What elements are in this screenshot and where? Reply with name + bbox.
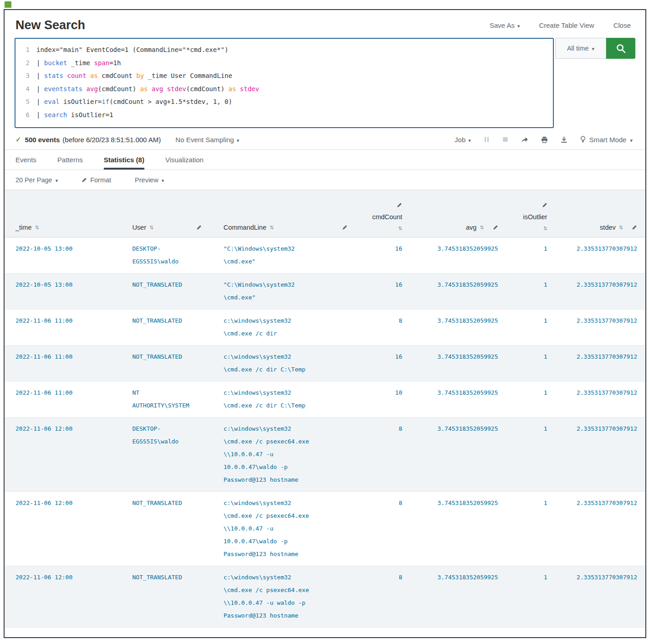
pencil-icon[interactable] (196, 225, 202, 230)
sort-icon[interactable] (270, 225, 274, 230)
cell-stdev[interactable]: 2.335313770307912 (552, 237, 645, 273)
cell-avg[interactable]: 3.745318352059925 (407, 381, 502, 417)
cell-isoutlier[interactable]: 1 (503, 345, 552, 381)
sort-icon[interactable] (35, 225, 39, 230)
event-sampling-dropdown[interactable]: No Event Sampling (175, 136, 239, 144)
cell-commandline[interactable]: "C:\Windows\system32 \cmd.exe" (219, 237, 365, 273)
col-header-stdev[interactable]: stdev (552, 190, 645, 237)
close-button[interactable]: Close (613, 21, 631, 29)
cell-user[interactable]: NOT_TRANSLATED (128, 566, 219, 628)
cell-avg[interactable]: 3.745318352059925 (407, 273, 502, 309)
cell-time[interactable]: 2022-10-05 13:00 (5, 273, 128, 309)
cell-avg[interactable]: 3.745318352059925 (407, 417, 502, 492)
cell-commandline[interactable]: c:\windows\system32 \cmd.exe /c dir C:\T… (219, 345, 365, 381)
col-header-isoutlier[interactable]: isOutlier (503, 190, 552, 237)
sort-icon[interactable] (480, 225, 484, 230)
stop-button[interactable] (502, 136, 508, 143)
pencil-icon[interactable] (493, 225, 498, 230)
cell-avg[interactable]: 3.745318352059925 (407, 566, 502, 628)
preview-dropdown[interactable]: Preview (135, 176, 164, 184)
cell-time[interactable]: 2022-11-06 11:00 (5, 345, 128, 381)
tab-statistics[interactable]: Statistics (8) (104, 150, 144, 170)
search-button[interactable] (606, 38, 635, 59)
cell-cmdcount[interactable]: 8 (365, 417, 407, 492)
pencil-icon[interactable] (342, 225, 347, 230)
cell-time[interactable]: 2022-11-06 11:00 (5, 381, 128, 417)
cell-commandline[interactable]: c:\windows\system32 \cmd.exe /c dir (219, 309, 365, 345)
col-header-cmdcount[interactable]: cmdCount (365, 190, 407, 237)
share-button[interactable] (521, 136, 528, 143)
create-table-view-button[interactable]: Create Table View (539, 21, 594, 29)
time-range-picker[interactable]: All time (555, 38, 606, 59)
cell-commandline[interactable]: "C:\Windows\system32 \cmd.exe" (219, 273, 365, 309)
cell-user[interactable]: DESKTOP- EGSS5IS\waldo (128, 237, 219, 273)
per-page-dropdown[interactable]: 20 Per Page (15, 176, 58, 184)
cell-isoutlier[interactable]: 1 (503, 492, 552, 566)
spl-line: 6 | search isOutlier=1 (15, 108, 553, 122)
tab-events[interactable]: Events (15, 150, 36, 170)
format-button[interactable]: Format (82, 176, 111, 184)
sort-icon[interactable] (149, 225, 153, 230)
cell-stdev[interactable]: 2.335313770307912 (552, 345, 645, 381)
cell-time[interactable]: 2022-11-06 12:00 (5, 417, 128, 492)
cell-commandline[interactable]: c:\windows\system32 \cmd.exe /c psexec64… (219, 417, 365, 492)
cell-cmdcount[interactable]: 8 (365, 492, 407, 566)
cell-isoutlier[interactable]: 1 (503, 273, 552, 309)
search-query-editor[interactable]: 1 index="main" EventCode=1 (CommandLine=… (15, 38, 554, 128)
col-header-user[interactable]: User (128, 190, 219, 237)
cell-isoutlier[interactable]: 1 (503, 309, 552, 345)
cell-avg[interactable]: 3.745318352059925 (407, 309, 502, 345)
cell-isoutlier[interactable]: 1 (503, 237, 552, 273)
cell-avg[interactable]: 3.745318352059925 (407, 492, 502, 566)
cell-stdev[interactable]: 2.335313770307912 (552, 566, 645, 628)
cell-cmdcount[interactable]: 16 (365, 273, 407, 309)
pencil-icon[interactable] (632, 225, 637, 230)
pencil-icon[interactable] (397, 202, 402, 208)
sort-icon[interactable] (543, 226, 547, 231)
save-as-menu[interactable]: Save As (490, 21, 520, 29)
tab-visualization[interactable]: Visualization (165, 150, 204, 170)
line-number: 4 (15, 82, 36, 96)
caret-down-icon (630, 136, 633, 144)
cell-cmdcount[interactable]: 8 (365, 309, 407, 345)
cell-time[interactable]: 2022-11-06 11:00 (5, 309, 128, 345)
export-button[interactable] (561, 136, 567, 143)
cell-user[interactable]: DESKTOP- EGSS5IS\waldo (128, 417, 219, 492)
pencil-icon[interactable] (542, 202, 547, 208)
cell-cmdcount[interactable]: 10 (365, 381, 407, 417)
sort-icon[interactable] (619, 225, 623, 230)
pause-button[interactable] (484, 136, 490, 143)
col-header-avg[interactable]: avg (407, 190, 502, 237)
cell-commandline[interactable]: c:\windows\system32 \cmd.exe /c dir C:\T… (219, 381, 365, 417)
cell-commandline[interactable]: c:\windows\system32 \cmd.exe /c psexec64… (219, 492, 365, 566)
cell-cmdcount[interactable]: 16 (365, 345, 407, 381)
cell-isoutlier[interactable]: 1 (503, 381, 552, 417)
sort-icon[interactable] (398, 226, 402, 231)
cell-cmdcount[interactable]: 8 (365, 566, 407, 628)
smart-mode-toggle[interactable]: Smart Mode (580, 136, 634, 144)
cell-stdev[interactable]: 2.335313770307912 (552, 417, 645, 492)
cell-time[interactable]: 2022-11-06 12:00 (5, 492, 128, 566)
cell-stdev[interactable]: 2.335313770307912 (552, 381, 645, 417)
cell-commandline[interactable]: c:\windows\system32 \cmd.exe /c psexec64… (219, 566, 365, 628)
cell-avg[interactable]: 3.745318352059925 (407, 237, 502, 273)
cell-user[interactable]: NOT_TRANSLATED (128, 273, 219, 309)
cell-user[interactable]: NOT_TRANSLATED (128, 345, 219, 381)
cell-stdev[interactable]: 2.335313770307912 (552, 492, 645, 566)
cell-user[interactable]: NOT_TRANSLATED (128, 492, 219, 566)
cell-time[interactable]: 2022-11-06 12:00 (5, 566, 128, 628)
tab-patterns[interactable]: Patterns (57, 150, 83, 170)
col-header-commandline[interactable]: CommandLine (219, 190, 365, 237)
job-menu[interactable]: Job (455, 136, 471, 144)
cell-stdev[interactable]: 2.335313770307912 (552, 309, 645, 345)
cell-user[interactable]: NT AUTHORITY\SYSTEM (128, 381, 219, 417)
cell-time[interactable]: 2022-10-05 13:00 (5, 237, 128, 273)
cell-isoutlier[interactable]: 1 (503, 566, 552, 628)
col-header-time[interactable]: _time (5, 190, 128, 237)
cell-stdev[interactable]: 2.335313770307912 (552, 273, 645, 309)
cell-cmdcount[interactable]: 16 (365, 237, 407, 273)
cell-isoutlier[interactable]: 1 (503, 417, 552, 492)
cell-avg[interactable]: 3.745318352059925 (407, 345, 502, 381)
cell-user[interactable]: NOT_TRANSLATED (128, 309, 219, 345)
print-button[interactable] (541, 136, 548, 143)
